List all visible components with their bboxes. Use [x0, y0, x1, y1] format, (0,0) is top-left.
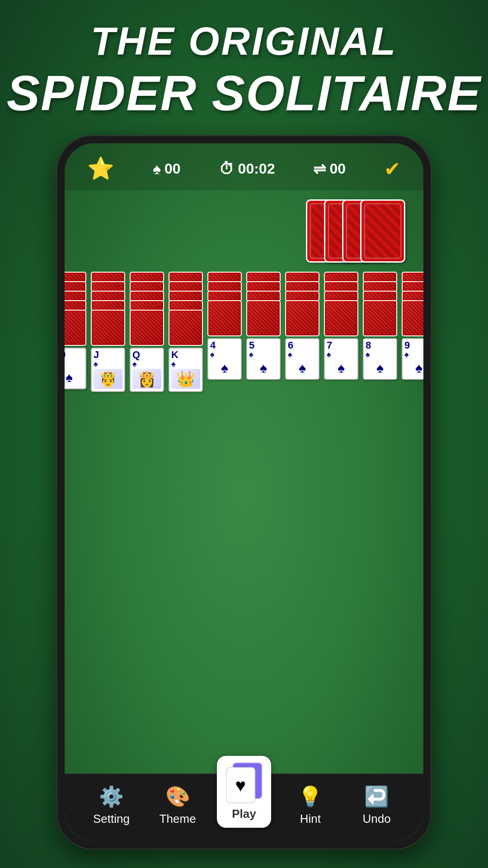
face-up-card-6[interactable]: 5 ♠ ♠ — [246, 338, 281, 380]
tableau-column-3[interactable]: Q ♠ 👸 — [130, 272, 164, 392]
title-line1: THE ORIGINAL — [7, 18, 482, 64]
face-down-pile-2 — [91, 272, 125, 346]
tableau-column-7[interactable]: 6 ♠ ♠ — [285, 272, 319, 380]
fd-card-last — [169, 310, 203, 346]
play-card-icon: ♥ — [226, 763, 262, 803]
face-up-card-10[interactable]: 9 ♠ ♠ — [402, 338, 423, 380]
face-up-card-3[interactable]: Q ♠ 👸 — [130, 348, 164, 392]
fd-card-last — [285, 300, 319, 336]
theme-icon: 🎨 — [165, 785, 190, 808]
hint-label: Hint — [300, 812, 321, 826]
nav-play[interactable]: ♥ Play — [217, 756, 271, 828]
stock-cards[interactable] — [306, 199, 405, 263]
face-down-pile-9 — [363, 272, 397, 336]
face-up-card-5[interactable]: 4 ♠ ♠ — [207, 338, 242, 380]
face-down-pile-8 — [324, 272, 358, 336]
face-down-pile-7 — [285, 272, 319, 336]
top-bar: ⭐ ♠ 00 ⏱ 00:02 ⇌ 00 ✔ — [65, 143, 423, 190]
face-down-pile-4 — [169, 272, 203, 346]
phone-frame: ⭐ ♠ 00 ⏱ 00:02 ⇌ 00 ✔ — [56, 135, 432, 849]
game-area: 10 ♠ ♠ J ♠ — [65, 190, 423, 774]
play-front-card: ♥ — [226, 767, 255, 803]
face-up-card-9[interactable]: 8 ♠ ♠ — [363, 338, 397, 380]
fd-card-last — [65, 310, 86, 346]
tableau: 10 ♠ ♠ J ♠ — [78, 272, 410, 392]
timer-display: ⏱ 00:02 — [219, 160, 275, 178]
face-down-pile-3 — [130, 272, 164, 346]
fd-card-last — [363, 300, 397, 336]
face-up-card-8[interactable]: 7 ♠ ♠ — [324, 338, 358, 380]
tableau-column-2[interactable]: J ♠ 🤴 — [91, 272, 125, 392]
score-display: ♠ 00 — [153, 160, 181, 178]
phone-screen: ⭐ ♠ 00 ⏱ 00:02 ⇌ 00 ✔ — [65, 143, 423, 841]
score-value: 00 — [164, 160, 181, 177]
stock-pile[interactable] — [78, 199, 410, 263]
nav-theme[interactable]: 🎨 Theme — [150, 785, 205, 826]
tableau-column-10[interactable]: 9 ♠ ♠ — [402, 272, 423, 380]
stock-card-4[interactable] — [360, 199, 405, 263]
timer-value: 00:02 — [238, 160, 275, 177]
moves-icon: ⇌ — [313, 160, 326, 178]
nav-setting[interactable]: ⚙️ Setting — [84, 785, 138, 826]
page-header: THE ORIGINAL SPIDER SOLITAIRE — [7, 0, 482, 135]
fd-card-last — [91, 310, 125, 346]
tableau-column-4[interactable]: K ♠ 👑 — [169, 272, 203, 392]
theme-label: Theme — [160, 812, 196, 826]
nav-hint[interactable]: 💡 Hint — [283, 785, 338, 826]
moves-value: 00 — [329, 160, 346, 177]
face-up-card-2[interactable]: J ♠ 🤴 — [91, 348, 125, 392]
spade-score-icon: ♠ — [153, 160, 161, 178]
check-icon[interactable]: ✔ — [384, 157, 401, 180]
undo-label: Undo — [363, 812, 391, 826]
nav-undo[interactable]: ↩️ Undo — [350, 785, 404, 826]
face-up-card-4[interactable]: K ♠ 👑 — [169, 348, 203, 392]
setting-label: Setting — [93, 812, 130, 826]
tableau-column-1[interactable]: 10 ♠ ♠ — [65, 272, 86, 389]
undo-icon: ↩️ — [364, 785, 389, 808]
face-up-card-1[interactable]: 10 ♠ ♠ — [65, 348, 86, 389]
tableau-column-8[interactable]: 7 ♠ ♠ — [324, 272, 358, 380]
setting-icon: ⚙️ — [99, 785, 124, 808]
bottom-nav: ⚙️ Setting 🎨 Theme ♥ Play 💡 Hint ↩️ — [65, 774, 423, 841]
tableau-column-5[interactable]: 4 ♠ ♠ — [207, 272, 242, 380]
title-line2: SPIDER SOLITAIRE — [7, 64, 482, 122]
tableau-column-6[interactable]: 5 ♠ ♠ — [246, 272, 281, 380]
fd-card-last — [130, 310, 164, 346]
star-icon[interactable]: ⭐ — [87, 156, 114, 181]
hint-icon: 💡 — [298, 785, 323, 808]
face-down-pile-10 — [402, 272, 423, 336]
clock-icon: ⏱ — [219, 160, 235, 178]
fd-card-last — [207, 300, 242, 336]
tableau-column-9[interactable]: 8 ♠ ♠ — [363, 272, 397, 380]
face-down-pile-6 — [246, 272, 281, 336]
fd-card-last — [324, 300, 358, 336]
play-label: Play — [232, 807, 256, 821]
fd-card-last — [402, 300, 423, 336]
fd-card-last — [246, 300, 281, 336]
face-down-pile-5 — [207, 272, 242, 336]
face-down-pile-1 — [65, 272, 86, 346]
face-up-card-7[interactable]: 6 ♠ ♠ — [285, 338, 319, 380]
moves-display: ⇌ 00 — [313, 160, 346, 178]
